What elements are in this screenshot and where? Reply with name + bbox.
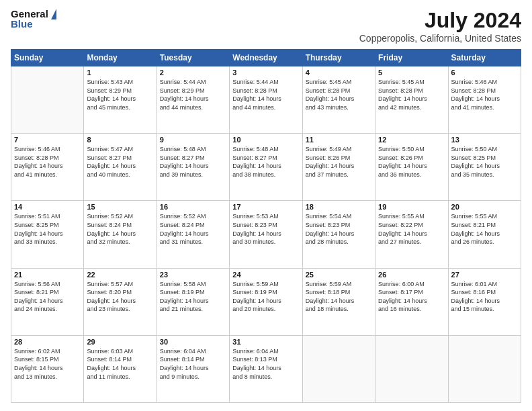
calendar-header-row: SundayMondayTuesdayWednesdayThursdayFrid… bbox=[11, 50, 521, 66]
day-info: Sunrise: 5:45 AM Sunset: 8:28 PM Dayligh… bbox=[306, 78, 372, 111]
calendar-cell: 12Sunrise: 5:50 AM Sunset: 8:26 PM Dayli… bbox=[375, 134, 448, 201]
subtitle: Copperopolis, California, United States bbox=[359, 33, 521, 44]
calendar-cell: 22Sunrise: 5:57 AM Sunset: 8:20 PM Dayli… bbox=[84, 268, 157, 335]
logo-blue-text: Blue bbox=[11, 18, 33, 30]
day-number: 15 bbox=[87, 203, 153, 211]
calendar-header-sunday: Sunday bbox=[11, 50, 84, 66]
day-number: 30 bbox=[160, 338, 226, 346]
calendar-week-3: 14Sunrise: 5:51 AM Sunset: 8:25 PM Dayli… bbox=[11, 201, 521, 268]
day-info: Sunrise: 5:46 AM Sunset: 8:28 PM Dayligh… bbox=[451, 78, 518, 111]
day-number: 20 bbox=[451, 203, 518, 211]
day-info: Sunrise: 5:57 AM Sunset: 8:20 PM Dayligh… bbox=[87, 280, 153, 314]
calendar-cell bbox=[302, 335, 375, 402]
calendar-cell: 15Sunrise: 5:52 AM Sunset: 8:24 PM Dayli… bbox=[84, 201, 157, 268]
calendar-cell: 5Sunrise: 5:45 AM Sunset: 8:28 PM Daylig… bbox=[375, 66, 448, 134]
day-number: 7 bbox=[14, 136, 81, 144]
main-title: July 2024 bbox=[359, 8, 521, 33]
day-number: 16 bbox=[160, 203, 226, 211]
day-info: Sunrise: 5:52 AM Sunset: 8:24 PM Dayligh… bbox=[160, 212, 226, 246]
calendar-cell: 24Sunrise: 5:59 AM Sunset: 8:19 PM Dayli… bbox=[230, 268, 302, 335]
day-info: Sunrise: 5:54 AM Sunset: 8:23 PM Dayligh… bbox=[306, 212, 372, 246]
calendar-cell bbox=[375, 335, 448, 402]
page: General Blue July 2024 Copperopolis, Cal… bbox=[0, 0, 532, 411]
day-info: Sunrise: 5:51 AM Sunset: 8:25 PM Dayligh… bbox=[14, 212, 81, 246]
calendar-cell: 3Sunrise: 5:44 AM Sunset: 8:28 PM Daylig… bbox=[230, 66, 302, 134]
day-number: 19 bbox=[378, 203, 445, 211]
logo: General Blue bbox=[11, 8, 56, 30]
calendar: SundayMondayTuesdayWednesdayThursdayFrid… bbox=[11, 49, 521, 403]
calendar-cell: 13Sunrise: 5:50 AM Sunset: 8:25 PM Dayli… bbox=[448, 134, 521, 201]
day-info: Sunrise: 5:56 AM Sunset: 8:21 PM Dayligh… bbox=[14, 280, 81, 314]
day-info: Sunrise: 5:50 AM Sunset: 8:26 PM Dayligh… bbox=[378, 145, 445, 179]
calendar-cell: 10Sunrise: 5:48 AM Sunset: 8:27 PM Dayli… bbox=[230, 134, 302, 201]
day-number: 4 bbox=[306, 68, 372, 77]
calendar-cell: 29Sunrise: 6:03 AM Sunset: 8:14 PM Dayli… bbox=[84, 335, 157, 402]
day-number: 12 bbox=[378, 136, 445, 144]
day-info: Sunrise: 5:58 AM Sunset: 8:19 PM Dayligh… bbox=[160, 280, 226, 314]
day-info: Sunrise: 5:55 AM Sunset: 8:21 PM Dayligh… bbox=[451, 212, 518, 246]
calendar-header-wednesday: Wednesday bbox=[230, 50, 302, 66]
day-info: Sunrise: 5:50 AM Sunset: 8:25 PM Dayligh… bbox=[451, 145, 518, 179]
calendar-cell: 8Sunrise: 5:47 AM Sunset: 8:27 PM Daylig… bbox=[84, 134, 157, 201]
day-info: Sunrise: 5:48 AM Sunset: 8:27 PM Dayligh… bbox=[160, 145, 226, 179]
calendar-cell: 31Sunrise: 6:04 AM Sunset: 8:13 PM Dayli… bbox=[230, 335, 302, 402]
day-info: Sunrise: 5:53 AM Sunset: 8:23 PM Dayligh… bbox=[232, 212, 299, 246]
calendar-cell: 23Sunrise: 5:58 AM Sunset: 8:19 PM Dayli… bbox=[157, 268, 229, 335]
day-number: 6 bbox=[451, 68, 518, 77]
day-number: 14 bbox=[14, 203, 81, 211]
day-number: 25 bbox=[306, 271, 372, 279]
day-number: 9 bbox=[160, 136, 226, 144]
day-number: 13 bbox=[451, 136, 518, 144]
day-info: Sunrise: 5:44 AM Sunset: 8:28 PM Dayligh… bbox=[232, 78, 299, 111]
day-info: Sunrise: 6:04 AM Sunset: 8:13 PM Dayligh… bbox=[232, 347, 299, 381]
day-number: 23 bbox=[160, 271, 226, 279]
day-number: 27 bbox=[451, 271, 518, 279]
calendar-cell: 14Sunrise: 5:51 AM Sunset: 8:25 PM Dayli… bbox=[11, 201, 84, 268]
day-number: 31 bbox=[232, 338, 299, 346]
day-number: 2 bbox=[160, 68, 226, 77]
calendar-cell: 16Sunrise: 5:52 AM Sunset: 8:24 PM Dayli… bbox=[157, 201, 229, 268]
day-number: 22 bbox=[87, 271, 153, 279]
calendar-cell: 19Sunrise: 5:55 AM Sunset: 8:22 PM Dayli… bbox=[375, 201, 448, 268]
calendar-cell bbox=[11, 66, 84, 134]
day-info: Sunrise: 5:45 AM Sunset: 8:28 PM Dayligh… bbox=[378, 78, 445, 111]
calendar-cell: 4Sunrise: 5:45 AM Sunset: 8:28 PM Daylig… bbox=[302, 66, 375, 134]
calendar-cell: 18Sunrise: 5:54 AM Sunset: 8:23 PM Dayli… bbox=[302, 201, 375, 268]
header: General Blue July 2024 Copperopolis, Cal… bbox=[11, 8, 521, 44]
day-info: Sunrise: 5:55 AM Sunset: 8:22 PM Dayligh… bbox=[378, 212, 445, 246]
day-number: 17 bbox=[232, 203, 299, 211]
calendar-header-monday: Monday bbox=[84, 50, 157, 66]
day-number: 1 bbox=[87, 68, 153, 77]
day-number: 28 bbox=[14, 338, 81, 346]
day-number: 10 bbox=[232, 136, 299, 144]
day-info: Sunrise: 6:01 AM Sunset: 8:16 PM Dayligh… bbox=[451, 280, 518, 314]
day-info: Sunrise: 5:46 AM Sunset: 8:28 PM Dayligh… bbox=[14, 145, 81, 179]
calendar-cell: 26Sunrise: 6:00 AM Sunset: 8:17 PM Dayli… bbox=[375, 268, 448, 335]
day-number: 18 bbox=[306, 203, 372, 211]
day-info: Sunrise: 5:52 AM Sunset: 8:24 PM Dayligh… bbox=[87, 212, 153, 246]
day-number: 8 bbox=[87, 136, 153, 144]
day-info: Sunrise: 5:44 AM Sunset: 8:29 PM Dayligh… bbox=[160, 78, 226, 111]
day-info: Sunrise: 5:43 AM Sunset: 8:29 PM Dayligh… bbox=[87, 78, 153, 111]
calendar-cell: 2Sunrise: 5:44 AM Sunset: 8:29 PM Daylig… bbox=[157, 66, 229, 134]
calendar-cell: 21Sunrise: 5:56 AM Sunset: 8:21 PM Dayli… bbox=[11, 268, 84, 335]
day-number: 24 bbox=[232, 271, 299, 279]
day-info: Sunrise: 5:49 AM Sunset: 8:26 PM Dayligh… bbox=[306, 145, 372, 179]
calendar-cell: 30Sunrise: 6:04 AM Sunset: 8:14 PM Dayli… bbox=[157, 335, 229, 402]
day-info: Sunrise: 6:02 AM Sunset: 8:15 PM Dayligh… bbox=[14, 347, 81, 381]
day-info: Sunrise: 6:00 AM Sunset: 8:17 PM Dayligh… bbox=[378, 280, 445, 314]
calendar-week-5: 28Sunrise: 6:02 AM Sunset: 8:15 PM Dayli… bbox=[11, 335, 521, 402]
calendar-header-friday: Friday bbox=[375, 50, 448, 66]
day-info: Sunrise: 6:04 AM Sunset: 8:14 PM Dayligh… bbox=[160, 347, 226, 381]
calendar-cell: 9Sunrise: 5:48 AM Sunset: 8:27 PM Daylig… bbox=[157, 134, 229, 201]
calendar-cell: 11Sunrise: 5:49 AM Sunset: 8:26 PM Dayli… bbox=[302, 134, 375, 201]
day-number: 29 bbox=[87, 338, 153, 346]
day-number: 21 bbox=[14, 271, 81, 279]
calendar-cell: 17Sunrise: 5:53 AM Sunset: 8:23 PM Dayli… bbox=[230, 201, 302, 268]
day-number: 3 bbox=[232, 68, 299, 77]
calendar-week-4: 21Sunrise: 5:56 AM Sunset: 8:21 PM Dayli… bbox=[11, 268, 521, 335]
calendar-cell: 7Sunrise: 5:46 AM Sunset: 8:28 PM Daylig… bbox=[11, 134, 84, 201]
calendar-cell: 1Sunrise: 5:43 AM Sunset: 8:29 PM Daylig… bbox=[84, 66, 157, 134]
calendar-header-tuesday: Tuesday bbox=[157, 50, 229, 66]
logo-triangle-icon bbox=[51, 9, 56, 19]
